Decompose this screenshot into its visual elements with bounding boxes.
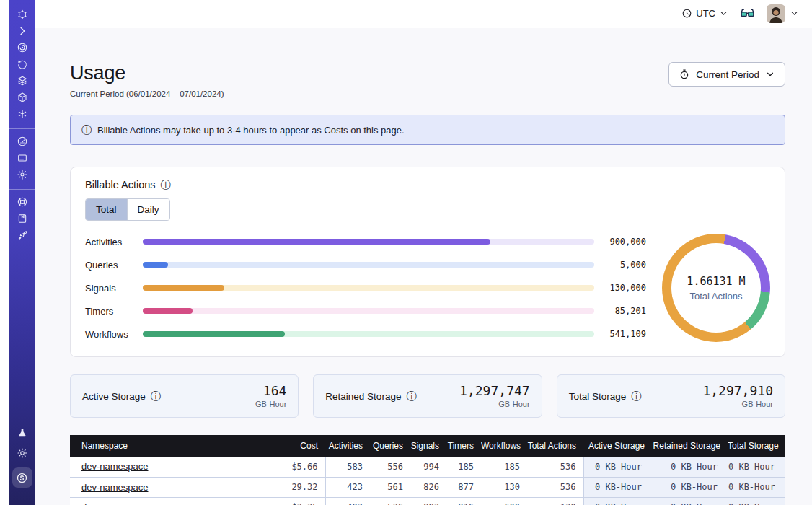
table-row: dev-namespace $3.35 492 536 883 816 600 … <box>70 497 785 505</box>
cube-icon[interactable] <box>17 92 28 103</box>
page-subtitle: Current Period (06/01/2024 – 07/01/2024) <box>70 89 224 98</box>
settings-gear-icon[interactable] <box>17 169 28 180</box>
bar-label: Activities <box>85 237 143 247</box>
labs-flask-icon[interactable] <box>17 427 28 439</box>
active-storage-card: Active Storage ⓘ 164 GB-Hour <box>70 374 299 418</box>
column-header-namespace: Namespace <box>70 435 253 457</box>
namespaces-spiral-icon[interactable] <box>17 42 28 53</box>
bar-fill <box>143 262 168 268</box>
asterisk-icon[interactable] <box>17 108 28 120</box>
column-header-retained-storage: Retained Storage <box>652 435 728 457</box>
signals-cell: 826 <box>410 477 446 497</box>
namespace-usage-table: Namespace Cost Activities Queries Signal… <box>70 435 785 505</box>
total-actions-cell: 130 <box>527 497 583 505</box>
topbar: UTC <box>35 0 812 27</box>
column-header-activities: Activities <box>325 435 370 457</box>
total-storage-card: Total Storage ⓘ 1,297,910 GB-Hour <box>557 374 785 418</box>
cost-cell: $5.66 <box>253 457 325 477</box>
info-banner-text: Billable Actions may take up to 3-4 hour… <box>97 125 405 136</box>
page-title: Usage <box>70 62 224 84</box>
bar-row-workflows: Workflows 541,109 <box>85 329 646 340</box>
usage-dollar-coin-button[interactable] <box>12 467 32 488</box>
activities-cell: 492 <box>325 497 370 505</box>
tab-daily[interactable]: Daily <box>127 199 169 220</box>
bar-fill <box>143 308 193 314</box>
rocket-icon[interactable] <box>17 229 28 241</box>
workflows-cell: 130 <box>481 477 527 497</box>
timers-cell: 185 <box>446 457 481 477</box>
queries-cell: 556 <box>370 457 410 477</box>
info-banner: ⓘ Billable Actions may take up to 3-4 ho… <box>70 115 785 145</box>
namespace-link[interactable]: dev-namespace <box>81 482 149 493</box>
chevron-down-icon <box>790 9 799 18</box>
info-icon[interactable]: ⓘ <box>406 391 416 401</box>
info-icon[interactable]: ⓘ <box>161 180 171 190</box>
activities-cell: 583 <box>325 457 370 477</box>
column-header-total-storage: Total Storage <box>728 435 785 457</box>
layers-icon[interactable] <box>17 75 28 87</box>
theme-sun-icon[interactable] <box>17 447 28 459</box>
bar-label: Signals <box>85 283 143 294</box>
table-row: dev-namespace 29.32 423 561 826 877 130 … <box>70 477 785 497</box>
total-actions-cell: 536 <box>527 457 583 477</box>
column-header-timers: Timers <box>446 435 481 457</box>
total-actions-cell: 536 <box>527 477 583 497</box>
storage-cards-row: Active Storage ⓘ 164 GB-Hour Retained St… <box>70 374 785 418</box>
support-lifebuoy-icon[interactable] <box>17 196 28 208</box>
namespace-link[interactable]: dev-namespace <box>81 502 149 505</box>
bar-row-activities: Activities 900,000 <box>85 237 646 247</box>
billable-view-tabs: Total Daily <box>85 198 170 221</box>
storage-card-label: Total Storage <box>569 391 627 402</box>
retained-storage-cell: 0 KB-Hour <box>652 457 728 477</box>
cost-cell: $3.35 <box>253 497 325 505</box>
storage-card-value: 164 <box>255 384 286 398</box>
stopwatch-icon <box>679 69 690 80</box>
account-menu[interactable] <box>767 4 799 23</box>
chevron-down-icon <box>719 9 728 18</box>
info-icon[interactable]: ⓘ <box>151 391 161 401</box>
active-storage-cell: 0 KB-Hour <box>583 457 652 477</box>
glasses-feedback-icon[interactable] <box>740 6 755 21</box>
donut-total-label: Total Actions <box>690 291 743 302</box>
storage-card-value: 1,297,747 <box>459 384 530 398</box>
tab-total[interactable]: Total <box>86 199 127 220</box>
temporal-logo-icon[interactable] <box>17 9 28 20</box>
table-row: dev-namespace $5.66 583 556 994 185 185 … <box>70 457 785 477</box>
period-dropdown-button[interactable]: Current Period <box>668 62 785 87</box>
period-dropdown-label: Current Period <box>696 69 759 80</box>
namespace-cell: dev-namespace <box>70 477 253 497</box>
gauge-icon[interactable] <box>17 136 28 147</box>
bar-label: Workflows <box>85 329 143 340</box>
bar-fill <box>143 331 285 337</box>
cost-cell: 29.32 <box>253 477 325 497</box>
billing-card-icon[interactable] <box>17 152 28 164</box>
donut-ring: 1.66131 M Total Actions <box>662 234 770 342</box>
column-header-cost: Cost <box>253 435 325 457</box>
namespace-cell: dev-namespace <box>70 497 253 505</box>
retained-storage-cell: 0 KB-Hour <box>652 497 728 505</box>
expand-chevron-right-icon[interactable] <box>17 25 28 37</box>
bar-fill <box>143 285 224 291</box>
workflows-cell: 600 <box>481 497 527 505</box>
bar-value: 541,109 <box>594 329 646 339</box>
bar-row-queries: Queries 5,000 <box>85 260 646 271</box>
docs-book-icon[interactable] <box>17 213 28 224</box>
active-storage-cell: 0 KB-Hour <box>583 477 652 497</box>
sidebar <box>9 0 35 505</box>
bar-track <box>143 285 594 291</box>
bar-value: 5,000 <box>594 260 646 270</box>
total-storage-cell: 0 KB-Hour <box>728 497 785 505</box>
history-icon[interactable] <box>17 58 28 70</box>
info-icon[interactable]: ⓘ <box>631 391 641 401</box>
avatar[interactable] <box>767 4 785 23</box>
namespace-link[interactable]: dev-namespace <box>81 461 149 472</box>
workflows-cell: 185 <box>481 457 527 477</box>
timezone-select[interactable]: UTC <box>681 8 728 19</box>
activities-cell: 423 <box>325 477 370 497</box>
billable-actions-title: Billable Actions <box>85 179 156 190</box>
queries-cell: 536 <box>370 497 410 505</box>
bar-fill <box>143 239 490 245</box>
bar-track <box>143 262 594 268</box>
bar-label: Timers <box>85 306 143 317</box>
column-header-total-actions: Total Actions <box>527 435 583 457</box>
